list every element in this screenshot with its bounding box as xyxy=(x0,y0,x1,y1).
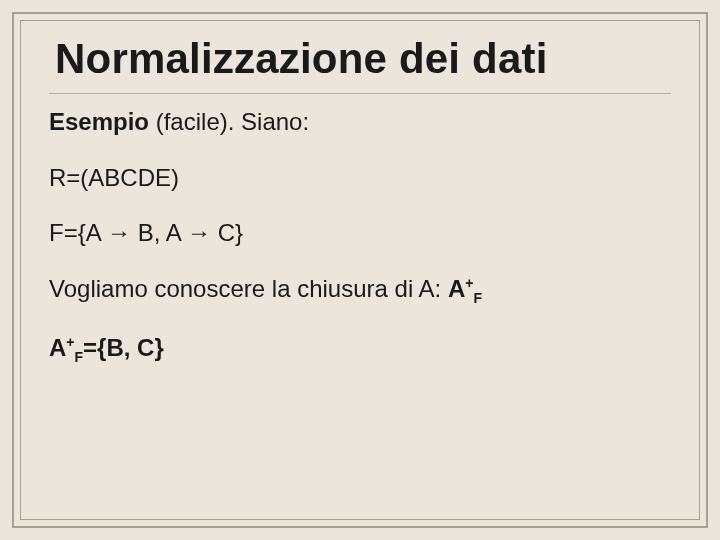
slide: Normalizzazione dei dati Esempio (facile… xyxy=(0,0,720,540)
slide-title: Normalizzazione dei dati xyxy=(55,35,671,83)
title-divider xyxy=(49,93,671,94)
line-closure-result: A+F={B, C} xyxy=(49,334,671,365)
closure-result: A+F={B, C} xyxy=(49,334,164,361)
line-closure-intro: Vogliamo conoscere la chiusura di A: A+F xyxy=(49,275,671,306)
line-f-set: F={A → B, A → C} xyxy=(49,219,671,247)
line-relation: R=(ABCDE) xyxy=(49,164,671,192)
example-bold: Esempio xyxy=(49,108,149,135)
slide-body: Esempio (facile). Siano: R=(ABCDE) F={A … xyxy=(49,108,671,365)
line-example: Esempio (facile). Siano: xyxy=(49,108,671,136)
outer-frame: Normalizzazione dei dati Esempio (facile… xyxy=(12,12,708,528)
closure-symbol: A+F xyxy=(448,275,482,302)
inner-frame: Normalizzazione dei dati Esempio (facile… xyxy=(20,20,700,520)
closure-text: Vogliamo conoscere la chiusura di A: xyxy=(49,275,448,302)
